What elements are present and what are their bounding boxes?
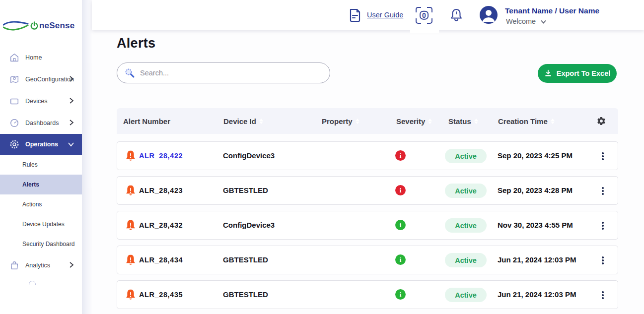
- sidebar-item-label: Analytics: [25, 262, 50, 269]
- sidebar-subitem-alerts[interactable]: Alerts: [0, 175, 82, 194]
- sidebar-item-label: Dashboards: [25, 120, 59, 126]
- device-id: ConfigDevice3: [223, 211, 275, 239]
- sort-icon: [474, 119, 478, 124]
- severity-icon: i: [395, 289, 406, 300]
- table-row: ALR_28,435 GBTESTLED i Active Jun 21, 20…: [117, 280, 618, 309]
- sidebar-subitem-rules[interactable]: Rules: [0, 155, 82, 175]
- sidebar-item-label: Home: [25, 54, 42, 61]
- device-icon: [9, 96, 20, 107]
- brand-wordmark: neSense: [39, 21, 74, 31]
- alert-number-link[interactable]: ALR_28,432: [139, 211, 183, 239]
- sidebar-item-home[interactable]: Home: [0, 47, 82, 68]
- column-property[interactable]: Property: [322, 108, 359, 134]
- sidebar-item-label: GeoConfiguration: [25, 76, 74, 83]
- chevron-down-icon: [68, 140, 74, 149]
- sort-icon: [428, 119, 432, 124]
- creation-time: Sep 20, 2023 4:28 PM: [498, 177, 572, 204]
- content-gutter: [82, 0, 92, 314]
- alert-bell-icon: [125, 254, 136, 268]
- gauge-icon: [9, 118, 20, 128]
- notifications-bell-button[interactable]: [448, 7, 464, 23]
- main-content: Alerts Export To Excel Alert Number Devi…: [92, 30, 644, 314]
- sidebar-item-dashboards[interactable]: Dashboards: [0, 112, 82, 134]
- gear-icon: [596, 116, 606, 126]
- sidebar-subitem-label: Security Dashboard: [22, 241, 74, 248]
- status-badge: Active: [445, 218, 487, 233]
- person-icon: [480, 6, 498, 24]
- sidebar-subitem-label: Alerts: [22, 181, 39, 188]
- alert-number-link[interactable]: ALR_28,422: [139, 142, 183, 170]
- gear-icon: [9, 139, 20, 150]
- table-row: ALR_28,423 GBTESTLED i Active Sep 20, 20…: [117, 176, 618, 205]
- sidebar-item-label: Devices: [25, 98, 47, 105]
- creation-time: Sep 20, 2023 4:25 PM: [498, 142, 572, 170]
- sidebar-item-label: Operations: [25, 141, 58, 148]
- row-actions-menu-button[interactable]: [598, 150, 607, 163]
- column-creation-time[interactable]: Creation Time: [498, 108, 555, 134]
- operations-submenu: Rules Alerts Actions Device Updates Secu…: [0, 155, 82, 254]
- brand-logo[interactable]: neSense: [3, 20, 74, 32]
- sidebar-item-analytics[interactable]: Analytics: [0, 254, 82, 276]
- alerts-table-body: ALR_28,422 ConfigDevice3 i Active Sep 20…: [117, 141, 618, 314]
- sidebar-subitem-device-updates[interactable]: Device Updates: [0, 214, 82, 234]
- scan-count-badge: 0: [420, 11, 429, 20]
- device-id: ConfigDevice3: [223, 142, 275, 170]
- severity-icon: i: [395, 254, 406, 265]
- column-severity[interactable]: Severity: [396, 108, 432, 134]
- alert-bell-icon: [125, 150, 136, 164]
- sidebar-subitem-security-dashboard[interactable]: Security Dashboard: [0, 234, 82, 254]
- column-settings-button[interactable]: [596, 116, 606, 126]
- row-actions-menu-button[interactable]: [598, 289, 607, 302]
- status-badge: Active: [445, 149, 487, 163]
- column-status[interactable]: Status: [448, 108, 478, 134]
- sidebar-subitem-label: Rules: [22, 161, 38, 168]
- export-to-excel-button[interactable]: Export To Excel: [538, 64, 617, 83]
- tenant-user-name[interactable]: Tenant Name / User Name: [505, 6, 599, 15]
- sidebar-item-operations[interactable]: Operations: [0, 134, 82, 155]
- table-row: ALR_28,422 ConfigDevice3 i Active Sep 20…: [117, 141, 618, 170]
- chevron-right-icon: [69, 97, 74, 106]
- map-icon: [9, 74, 20, 85]
- status-badge: Active: [445, 184, 487, 198]
- table-row: ALR_28,434 GBTESTLED i Active Jun 21, 20…: [117, 246, 618, 274]
- scan-notifications-button[interactable]: 0: [415, 6, 433, 25]
- chevron-down-icon: [541, 17, 546, 26]
- creation-time: Nov 30, 2023 4:55 PM: [498, 211, 573, 239]
- chevron-right-icon: [69, 75, 74, 84]
- alert-bell-icon: [125, 219, 136, 234]
- scan-dropdown-notch: [410, 29, 439, 33]
- search-box: [117, 63, 330, 83]
- device-id: GBTESTLED: [223, 246, 268, 274]
- device-id: GBTESTLED: [223, 177, 268, 204]
- sidebar-item-devices[interactable]: Devices: [0, 90, 82, 112]
- sidebar: neSense Home GeoConfiguration Devices: [0, 0, 82, 314]
- alert-bell-icon: [125, 289, 136, 303]
- column-device-id[interactable]: Device Id: [223, 108, 263, 134]
- chevron-right-icon: [69, 119, 74, 127]
- search-icon: [124, 67, 135, 78]
- sidebar-subitem-label: Actions: [22, 201, 42, 208]
- welcome-dropdown[interactable]: Welcome: [506, 17, 546, 26]
- severity-icon: i: [395, 150, 406, 161]
- home-icon: [9, 52, 20, 63]
- truncated-nav-icon: [29, 281, 37, 285]
- sort-icon: [356, 119, 359, 124]
- user-avatar[interactable]: [480, 6, 498, 24]
- row-actions-menu-button[interactable]: [598, 219, 607, 232]
- sidebar-item-geoconfiguration[interactable]: GeoConfiguration: [0, 68, 82, 90]
- user-guide-label: User Guide: [367, 11, 403, 19]
- row-actions-menu-button[interactable]: [598, 254, 607, 267]
- alert-number-link[interactable]: ALR_28,423: [139, 177, 183, 204]
- sidebar-subitem-actions[interactable]: Actions: [0, 194, 82, 214]
- column-alert-number: Alert Number: [123, 108, 170, 134]
- creation-time: Jun 21, 2024 12:03 PM: [498, 281, 576, 309]
- search-input[interactable]: [140, 69, 323, 77]
- user-guide-link[interactable]: User Guide: [348, 7, 403, 22]
- document-icon: [348, 7, 362, 22]
- row-actions-menu-button[interactable]: [598, 185, 607, 197]
- creation-time: Jun 21, 2024 12:03 PM: [498, 246, 576, 274]
- export-label: Export To Excel: [557, 69, 611, 77]
- bag-icon: [9, 260, 20, 271]
- alert-number-link[interactable]: ALR_28,435: [139, 281, 183, 309]
- alert-number-link[interactable]: ALR_28,434: [139, 246, 183, 274]
